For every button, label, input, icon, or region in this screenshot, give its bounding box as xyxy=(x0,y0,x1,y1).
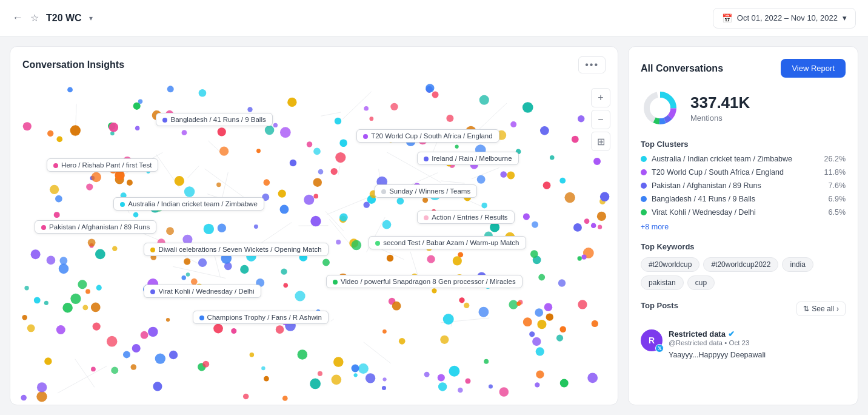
svg-point-102 xyxy=(592,320,598,327)
svg-point-316 xyxy=(290,160,297,167)
cluster-label: Virat Kohli / Wednesday / Delhi xyxy=(144,285,261,298)
svg-point-49 xyxy=(93,323,101,331)
cluster-row[interactable]: Virat Kohli / Wednesday / Delhi 6.5% xyxy=(641,208,846,217)
svg-point-246 xyxy=(530,250,538,258)
svg-point-289 xyxy=(220,314,225,319)
svg-line-21 xyxy=(156,154,180,188)
more-clusters-link[interactable]: +8 more xyxy=(641,223,669,231)
svg-point-176 xyxy=(583,248,594,258)
svg-point-55 xyxy=(427,237,432,243)
svg-point-54 xyxy=(89,243,93,248)
svg-point-283 xyxy=(465,378,470,383)
svg-point-314 xyxy=(295,291,305,301)
svg-point-180 xyxy=(540,126,549,135)
svg-point-64 xyxy=(264,376,269,382)
svg-point-190 xyxy=(85,289,90,294)
sort-icon: ⇅ xyxy=(803,305,809,313)
svg-point-104 xyxy=(154,201,164,212)
svg-point-278 xyxy=(412,274,418,280)
svg-point-230 xyxy=(510,280,517,286)
svg-point-253 xyxy=(418,135,427,144)
zoom-out-button[interactable]: − xyxy=(591,110,610,129)
svg-point-125 xyxy=(44,357,52,365)
svg-point-235 xyxy=(282,396,288,401)
keyword-tag[interactable]: cup xyxy=(687,275,715,290)
svg-point-130 xyxy=(50,185,59,194)
top-keywords-title: Top Keywords xyxy=(641,242,846,251)
keyword-tag[interactable]: india xyxy=(782,257,813,272)
back-button[interactable]: ← xyxy=(12,12,23,24)
svg-point-258 xyxy=(399,338,406,345)
svg-point-255 xyxy=(443,314,454,325)
svg-point-112 xyxy=(112,246,117,251)
keyword-tag[interactable]: #t20worldcup2022 xyxy=(703,257,778,272)
svg-point-50 xyxy=(146,170,150,174)
cluster-row[interactable]: Pakistan / Afghanistan / 89 Runs 7.6% xyxy=(641,181,846,190)
svg-point-158 xyxy=(510,121,516,127)
title-chevron-icon[interactable]: ▾ xyxy=(89,14,93,22)
see-all-button[interactable]: ⇅ See all › xyxy=(796,302,846,316)
svg-point-93 xyxy=(152,110,162,120)
svg-point-290 xyxy=(256,278,264,287)
svg-point-94 xyxy=(273,123,278,127)
svg-point-100 xyxy=(169,351,178,359)
cluster-row[interactable]: Bangladesh / 41 Runs / 9 Balls 6.9% xyxy=(641,195,846,203)
favorite-icon[interactable]: ☆ xyxy=(30,12,39,24)
svg-point-202 xyxy=(141,331,149,339)
svg-point-88 xyxy=(148,327,158,337)
svg-point-128 xyxy=(369,116,373,121)
svg-point-263 xyxy=(455,274,464,283)
svg-point-297 xyxy=(166,227,174,235)
svg-point-319 xyxy=(121,192,127,198)
date-range-button[interactable]: 📅 Oct 01, 2022 – Nov 10, 2022 ▾ xyxy=(713,8,856,29)
svg-line-25 xyxy=(460,197,484,207)
svg-point-85 xyxy=(150,202,161,213)
svg-point-120 xyxy=(484,232,493,240)
svg-point-129 xyxy=(535,308,543,317)
svg-point-218 xyxy=(181,275,185,280)
cluster-row[interactable]: Australia / Indian cricket team / Zimbab… xyxy=(641,155,846,163)
cluster-dot xyxy=(641,196,647,202)
post-item: R 𝕏 Restricted data ✔ @Restricted data •… xyxy=(641,323,846,361)
svg-point-188 xyxy=(36,391,47,402)
svg-point-67 xyxy=(198,258,207,267)
svg-point-175 xyxy=(247,107,252,112)
svg-point-181 xyxy=(186,272,190,277)
svg-point-304 xyxy=(47,130,53,137)
svg-point-244 xyxy=(591,223,596,228)
svg-point-121 xyxy=(47,255,56,265)
more-options-button[interactable]: ••• xyxy=(578,56,606,73)
svg-point-326 xyxy=(650,98,670,118)
svg-point-239 xyxy=(95,249,105,260)
svg-point-208 xyxy=(432,92,438,98)
svg-point-260 xyxy=(464,303,469,308)
keyword-tag[interactable]: pakistan xyxy=(641,275,684,290)
see-all-label: See all xyxy=(812,305,834,313)
svg-point-194 xyxy=(593,158,601,165)
svg-line-38 xyxy=(173,266,225,278)
svg-point-305 xyxy=(313,194,318,199)
svg-line-30 xyxy=(245,223,292,254)
svg-point-115 xyxy=(150,254,156,260)
svg-point-82 xyxy=(459,297,464,303)
viz-container[interactable]: Bangladesh / 41 Runs / 9 BallsT20 World … xyxy=(10,81,618,405)
svg-point-259 xyxy=(304,195,314,205)
post-author-name: Restricted data xyxy=(669,329,726,339)
svg-point-96 xyxy=(153,382,162,391)
zoom-fit-button[interactable]: ⊞ xyxy=(591,132,610,151)
view-report-button[interactable]: View Report xyxy=(781,59,846,78)
zoom-in-button[interactable]: + xyxy=(591,88,610,107)
svg-line-1 xyxy=(58,366,107,393)
svg-point-275 xyxy=(336,240,341,245)
keyword-tag[interactable]: #t20worldcup xyxy=(641,257,699,272)
svg-line-8 xyxy=(240,243,242,252)
svg-point-207 xyxy=(581,255,586,260)
svg-point-298 xyxy=(479,307,489,317)
svg-point-251 xyxy=(600,192,610,201)
cluster-name: Bangladesh / 41 Runs / 9 Balls xyxy=(652,195,824,203)
svg-line-35 xyxy=(441,318,489,323)
svg-point-184 xyxy=(91,367,96,372)
svg-point-113 xyxy=(597,212,606,221)
cluster-row[interactable]: T20 World Cup / South Africa / England 1… xyxy=(641,168,846,177)
svg-point-81 xyxy=(423,217,429,223)
